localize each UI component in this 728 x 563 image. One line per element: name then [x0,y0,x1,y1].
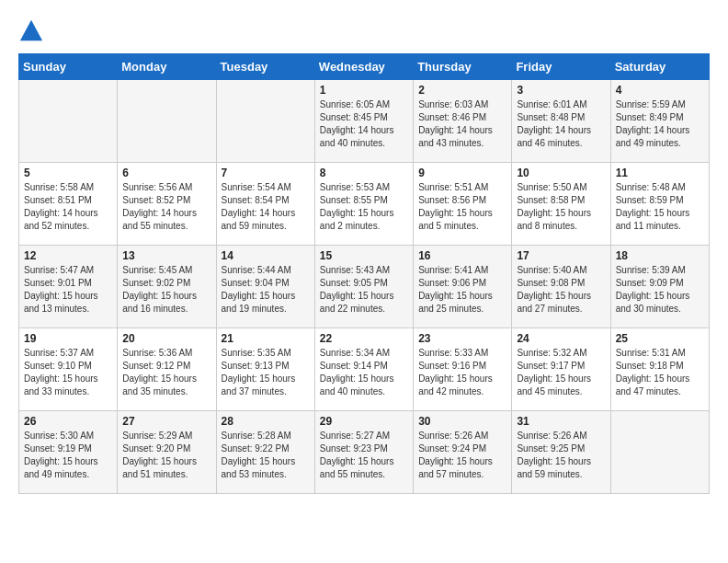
calendar-table: SundayMondayTuesdayWednesdayThursdayFrid… [18,53,710,494]
cell-sun-info: Sunrise: 5:53 AMSunset: 8:55 PMDaylight:… [320,181,408,233]
calendar-cell: 23Sunrise: 5:33 AMSunset: 9:16 PMDayligh… [414,328,512,411]
cell-sun-info: Sunrise: 5:58 AMSunset: 8:51 PMDaylight:… [24,181,112,233]
calendar-week-row: 19Sunrise: 5:37 AMSunset: 9:10 PMDayligh… [19,328,710,411]
cell-sun-info: Sunrise: 5:29 AMSunset: 9:20 PMDaylight:… [122,430,210,481]
day-number: 5 [24,167,112,179]
calendar-cell: 19Sunrise: 5:37 AMSunset: 9:10 PMDayligh… [19,328,118,411]
cell-sun-info: Sunrise: 5:56 AMSunset: 8:52 PMDaylight:… [122,181,210,233]
calendar-cell: 21Sunrise: 5:35 AMSunset: 9:13 PMDayligh… [216,328,314,411]
calendar-cell: 5Sunrise: 5:58 AMSunset: 8:51 PMDaylight… [19,163,118,246]
calendar-week-row: 1Sunrise: 6:05 AMSunset: 8:45 PMDaylight… [19,80,710,163]
calendar-cell: 22Sunrise: 5:34 AMSunset: 9:14 PMDayligh… [314,328,413,411]
day-number: 20 [122,332,210,345]
cell-sun-info: Sunrise: 5:27 AMSunset: 9:23 PMDaylight:… [320,430,408,481]
cell-sun-info: Sunrise: 6:05 AMSunset: 8:45 PMDaylight:… [320,98,408,150]
calendar-cell: 10Sunrise: 5:50 AMSunset: 8:58 PMDayligh… [512,163,610,246]
calendar-cell [216,80,314,163]
calendar-cell: 11Sunrise: 5:48 AMSunset: 8:59 PMDayligh… [610,163,709,246]
day-number: 22 [320,332,408,345]
day-number: 19 [24,332,112,345]
calendar-cell: 30Sunrise: 5:26 AMSunset: 9:24 PMDayligh… [414,411,512,494]
day-number: 26 [24,415,112,428]
cell-sun-info: Sunrise: 5:50 AMSunset: 8:58 PMDaylight:… [517,181,605,233]
cell-sun-info: Sunrise: 5:41 AMSunset: 9:06 PMDaylight:… [418,264,506,316]
day-number: 9 [418,167,506,179]
day-number: 3 [517,84,605,97]
day-number: 6 [122,167,210,179]
cell-sun-info: Sunrise: 5:45 AMSunset: 9:02 PMDaylight:… [122,264,210,316]
calendar-cell [118,80,216,163]
day-number: 8 [320,167,408,179]
cell-sun-info: Sunrise: 5:59 AMSunset: 8:49 PMDaylight:… [616,98,704,150]
calendar-cell: 2Sunrise: 6:03 AMSunset: 8:46 PMDaylight… [414,80,512,163]
calendar-cell: 4Sunrise: 5:59 AMSunset: 8:49 PMDaylight… [610,80,709,163]
day-number: 17 [517,249,605,262]
calendar-week-row: 26Sunrise: 5:30 AMSunset: 9:19 PMDayligh… [19,411,710,494]
cell-sun-info: Sunrise: 5:36 AMSunset: 9:12 PMDaylight:… [122,347,210,398]
cell-sun-info: Sunrise: 5:26 AMSunset: 9:25 PMDaylight:… [517,430,605,481]
cell-sun-info: Sunrise: 5:34 AMSunset: 9:14 PMDaylight:… [320,347,408,398]
day-number: 10 [517,167,605,179]
page-header [18,18,710,44]
day-number: 15 [320,249,408,262]
day-number: 24 [517,332,605,345]
calendar-cell: 31Sunrise: 5:26 AMSunset: 9:25 PMDayligh… [512,411,610,494]
weekday-header: Friday [512,54,610,80]
calendar-cell: 6Sunrise: 5:56 AMSunset: 8:52 PMDaylight… [118,163,216,246]
day-number: 31 [517,415,605,428]
cell-sun-info: Sunrise: 5:47 AMSunset: 9:01 PMDaylight:… [24,264,112,316]
cell-sun-info: Sunrise: 5:31 AMSunset: 9:18 PMDaylight:… [616,347,704,398]
calendar-cell: 29Sunrise: 5:27 AMSunset: 9:23 PMDayligh… [314,411,413,494]
day-number: 2 [418,84,506,97]
calendar-cell: 9Sunrise: 5:51 AMSunset: 8:56 PMDaylight… [414,163,512,246]
cell-sun-info: Sunrise: 5:28 AMSunset: 9:22 PMDaylight:… [222,430,310,481]
cell-sun-info: Sunrise: 5:26 AMSunset: 9:24 PMDaylight:… [418,430,506,481]
day-number: 13 [122,249,210,262]
calendar-cell [610,411,709,494]
weekday-header-row: SundayMondayTuesdayWednesdayThursdayFrid… [19,54,710,80]
cell-sun-info: Sunrise: 5:39 AMSunset: 9:09 PMDaylight:… [616,264,704,316]
calendar-cell: 20Sunrise: 5:36 AMSunset: 9:12 PMDayligh… [118,328,216,411]
weekday-header: Tuesday [216,54,314,80]
logo-icon [18,18,44,44]
day-number: 12 [24,249,112,262]
weekday-header: Thursday [414,54,512,80]
calendar-cell: 1Sunrise: 6:05 AMSunset: 8:45 PMDaylight… [314,80,413,163]
cell-sun-info: Sunrise: 5:33 AMSunset: 9:16 PMDaylight:… [418,347,506,398]
day-number: 28 [222,415,310,428]
day-number: 14 [222,249,310,262]
logo [18,18,50,44]
calendar-cell: 14Sunrise: 5:44 AMSunset: 9:04 PMDayligh… [216,246,314,328]
calendar-week-row: 12Sunrise: 5:47 AMSunset: 9:01 PMDayligh… [19,246,710,328]
calendar-cell: 28Sunrise: 5:28 AMSunset: 9:22 PMDayligh… [216,411,314,494]
svg-marker-0 [20,20,42,40]
weekday-header: Monday [118,54,216,80]
cell-sun-info: Sunrise: 5:51 AMSunset: 8:56 PMDaylight:… [418,181,506,233]
cell-sun-info: Sunrise: 6:03 AMSunset: 8:46 PMDaylight:… [418,98,506,150]
calendar-cell: 17Sunrise: 5:40 AMSunset: 9:08 PMDayligh… [512,246,610,328]
weekday-header: Wednesday [314,54,413,80]
day-number: 16 [418,249,506,262]
cell-sun-info: Sunrise: 5:40 AMSunset: 9:08 PMDaylight:… [517,264,605,316]
cell-sun-info: Sunrise: 5:43 AMSunset: 9:05 PMDaylight:… [320,264,408,316]
cell-sun-info: Sunrise: 5:54 AMSunset: 8:54 PMDaylight:… [222,181,310,233]
day-number: 21 [222,332,310,345]
calendar-cell: 16Sunrise: 5:41 AMSunset: 9:06 PMDayligh… [414,246,512,328]
calendar-cell: 18Sunrise: 5:39 AMSunset: 9:09 PMDayligh… [610,246,709,328]
calendar-cell: 15Sunrise: 5:43 AMSunset: 9:05 PMDayligh… [314,246,413,328]
day-number: 11 [616,167,704,179]
day-number: 25 [616,332,704,345]
cell-sun-info: Sunrise: 5:35 AMSunset: 9:13 PMDaylight:… [222,347,310,398]
calendar-cell: 24Sunrise: 5:32 AMSunset: 9:17 PMDayligh… [512,328,610,411]
weekday-header: Saturday [610,54,709,80]
day-number: 30 [418,415,506,428]
cell-sun-info: Sunrise: 5:30 AMSunset: 9:19 PMDaylight:… [24,430,112,481]
calendar-cell: 25Sunrise: 5:31 AMSunset: 9:18 PMDayligh… [610,328,709,411]
day-number: 18 [616,249,704,262]
weekday-header: Sunday [19,54,118,80]
day-number: 29 [320,415,408,428]
day-number: 4 [616,84,704,97]
day-number: 23 [418,332,506,345]
day-number: 1 [320,84,408,97]
calendar-cell: 26Sunrise: 5:30 AMSunset: 9:19 PMDayligh… [19,411,118,494]
